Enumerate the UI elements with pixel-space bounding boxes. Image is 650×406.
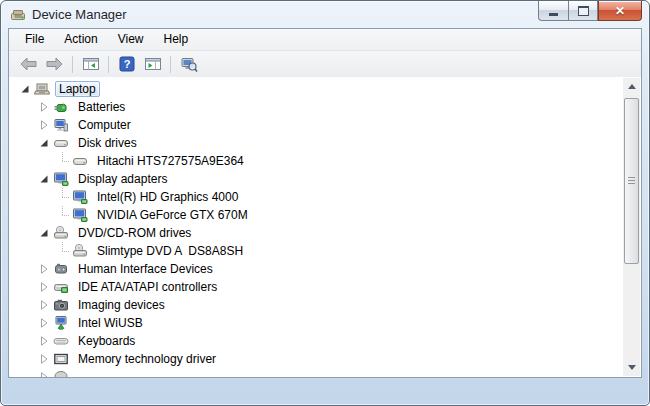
dvd-icon xyxy=(53,225,69,241)
expand-icon[interactable] xyxy=(38,335,50,347)
minimize-icon xyxy=(549,13,558,16)
tree-item-label: Imaging devices xyxy=(74,297,169,313)
tree-item[interactable]: Human Interface Devices xyxy=(9,260,623,278)
scrollbar-thumb[interactable] xyxy=(624,98,639,264)
expand-icon[interactable] xyxy=(38,299,50,311)
tree-item-label: Computer xyxy=(74,117,135,133)
toolbar-separator xyxy=(170,56,171,73)
scroll-down-button[interactable] xyxy=(623,359,640,376)
tree-item[interactable]: Batteries xyxy=(9,98,623,116)
wiusb-icon xyxy=(53,315,69,331)
tree-connector xyxy=(57,242,69,260)
tree-item[interactable]: Slimtype DVD A DS8A8SH xyxy=(9,242,623,260)
menu-bar: File Action View Help xyxy=(9,29,641,51)
collapse-icon[interactable] xyxy=(38,227,50,239)
svg-text:?: ? xyxy=(123,58,130,70)
ide-icon xyxy=(53,279,69,295)
menu-file[interactable]: File xyxy=(15,30,54,49)
laptop-icon xyxy=(34,81,50,97)
expand-icon[interactable] xyxy=(38,281,50,293)
tree-item[interactable]: NVIDIA GeForce GTX 670M xyxy=(9,206,623,224)
close-button[interactable]: ✕ xyxy=(598,1,642,21)
tree-item-label: Keyboards xyxy=(74,333,139,349)
action-pane-icon xyxy=(144,56,162,72)
display-icon xyxy=(72,207,88,223)
display-icon xyxy=(72,189,88,205)
device-manager-icon xyxy=(10,7,26,23)
disk-icon xyxy=(53,135,69,151)
scan-hardware-icon xyxy=(180,56,198,73)
toolbar: ? xyxy=(9,51,641,78)
tree-item-label: DVD/CD-ROM drives xyxy=(74,225,195,241)
back-button[interactable] xyxy=(16,53,41,75)
device-tree: Laptop Batteries Computer Disk drives Hi… xyxy=(9,80,623,377)
expand-icon[interactable] xyxy=(38,263,50,275)
tree-item[interactable]: Intel WiUSB xyxy=(9,314,623,332)
display-icon xyxy=(53,171,69,187)
expand-icon[interactable] xyxy=(38,371,50,377)
battery-icon xyxy=(53,99,69,115)
expand-icon[interactable] xyxy=(38,119,50,131)
collapse-icon[interactable] xyxy=(19,83,31,95)
tree-item[interactable]: IDE ATA/ATAPI controllers xyxy=(9,278,623,296)
scroll-up-button[interactable] xyxy=(623,78,640,95)
tree-item[interactable]: Hitachi HTS727575A9E364 xyxy=(9,152,623,170)
expand-icon[interactable] xyxy=(38,101,50,113)
tree-item[interactable]: Imaging devices xyxy=(9,296,623,314)
tree-item-label: Disk drives xyxy=(74,135,141,151)
tree-item[interactable]: Computer xyxy=(9,116,623,134)
menu-help[interactable]: Help xyxy=(154,30,199,49)
help-button[interactable]: ? xyxy=(114,53,139,75)
forward-button[interactable] xyxy=(42,53,67,75)
keyboard-icon xyxy=(53,333,69,349)
minimize-button[interactable] xyxy=(538,1,568,21)
forward-arrow-icon xyxy=(45,56,64,72)
tree-item-label: Display adapters xyxy=(74,171,171,187)
window-title: Device Manager xyxy=(32,7,127,22)
hid-icon xyxy=(53,261,69,277)
tree-item[interactable]: Laptop xyxy=(9,80,623,98)
menu-view[interactable]: View xyxy=(108,30,154,49)
tree-item[interactable]: Memory technology driver xyxy=(9,350,623,368)
tree-item[interactable]: Keyboards xyxy=(9,332,623,350)
tree-item[interactable]: Intel(R) HD Graphics 4000 xyxy=(9,188,623,206)
menu-action[interactable]: Action xyxy=(54,30,107,49)
device-tree-panel: Laptop Batteries Computer Disk drives Hi… xyxy=(9,77,641,377)
client-area: File Action View Help xyxy=(8,28,642,378)
tree-item-label: Memory technology driver xyxy=(74,351,220,367)
show-action-pane-button[interactable] xyxy=(140,53,165,75)
expand-icon[interactable] xyxy=(38,317,50,329)
maximize-icon xyxy=(578,6,589,16)
tree-item[interactable]: Disk drives xyxy=(9,134,623,152)
tree-item-label: Laptop xyxy=(55,81,100,97)
tree-item[interactable]: Display adapters xyxy=(9,170,623,188)
tree-connector xyxy=(57,152,69,170)
collapse-icon[interactable] xyxy=(38,137,50,149)
scroll-down-icon xyxy=(628,365,636,370)
show-console-tree-button[interactable] xyxy=(78,53,103,75)
tree-item-label: NVIDIA GeForce GTX 670M xyxy=(93,207,252,223)
vertical-scrollbar[interactable] xyxy=(623,78,640,376)
tree-item-label: IDE ATA/ATAPI controllers xyxy=(74,279,221,295)
tree-connector xyxy=(57,188,69,206)
tree-connector xyxy=(57,206,69,224)
disk-icon xyxy=(72,153,88,169)
toolbar-separator xyxy=(72,56,73,73)
scan-hardware-changes-button[interactable] xyxy=(176,53,201,75)
maximize-button[interactable] xyxy=(568,1,598,21)
collapse-icon[interactable] xyxy=(38,173,50,185)
tree-item[interactable]: DVD/CD-ROM drives xyxy=(9,224,623,242)
toolbar-separator xyxy=(108,56,109,73)
dvd-icon xyxy=(72,243,88,259)
console-tree-icon xyxy=(82,56,100,72)
scroll-up-icon xyxy=(628,84,636,89)
tree-item-label: Slimtype DVD A DS8A8SH xyxy=(93,243,247,259)
help-icon: ? xyxy=(119,56,135,72)
device-manager-window: Device Manager ✕ File Action View Help xyxy=(0,0,650,406)
tree-item-label: Intel(R) HD Graphics 4000 xyxy=(93,189,242,205)
back-arrow-icon xyxy=(19,56,38,72)
computer-icon xyxy=(53,117,69,133)
tree-item[interactable] xyxy=(9,368,623,377)
mouse-icon xyxy=(53,369,69,377)
expand-icon[interactable] xyxy=(38,353,50,365)
